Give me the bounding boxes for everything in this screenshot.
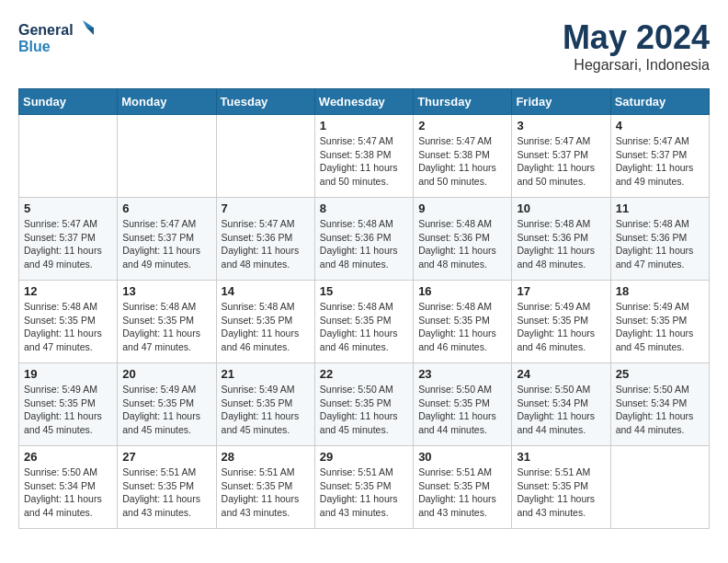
calendar-cell: 10Sunrise: 5:48 AMSunset: 5:36 PMDayligh… <box>512 198 610 281</box>
day-number: 26 <box>24 450 112 464</box>
day-number: 10 <box>517 201 605 215</box>
day-number: 25 <box>616 367 704 381</box>
day-info: Sunrise: 5:47 AMSunset: 5:37 PMDaylight:… <box>616 134 704 189</box>
calendar-cell: 27Sunrise: 5:51 AMSunset: 5:35 PMDayligh… <box>118 446 216 529</box>
calendar-cell <box>118 115 216 198</box>
day-number: 7 <box>222 201 310 215</box>
day-number: 22 <box>320 367 408 381</box>
day-number: 21 <box>222 367 310 381</box>
day-info: Sunrise: 5:49 AMSunset: 5:35 PMDaylight:… <box>222 383 310 437</box>
day-info: Sunrise: 5:50 AMSunset: 5:34 PMDaylight:… <box>24 465 112 520</box>
header-sunday: Sunday <box>19 89 118 115</box>
header-saturday: Saturday <box>610 89 709 115</box>
calendar-cell <box>216 115 314 198</box>
day-number: 1 <box>320 119 408 132</box>
header-tuesday: Tuesday <box>216 89 314 115</box>
svg-text:General: General <box>18 22 74 38</box>
week-row-2: 5Sunrise: 5:47 AMSunset: 5:37 PMDaylight… <box>19 198 710 281</box>
calendar-cell: 13Sunrise: 5:48 AMSunset: 5:35 PMDayligh… <box>118 281 216 363</box>
day-info: Sunrise: 5:50 AMSunset: 5:34 PMDaylight:… <box>616 383 704 437</box>
calendar-cell <box>610 446 709 529</box>
day-info: Sunrise: 5:51 AMSunset: 5:35 PMDaylight:… <box>418 465 506 520</box>
day-info: Sunrise: 5:48 AMSunset: 5:36 PMDaylight:… <box>616 217 704 271</box>
svg-marker-2 <box>86 28 94 35</box>
day-number: 11 <box>616 201 704 215</box>
day-info: Sunrise: 5:49 AMSunset: 5:35 PMDaylight:… <box>616 300 704 354</box>
logo: GeneralBlue <box>18 18 101 57</box>
day-info: Sunrise: 5:48 AMSunset: 5:35 PMDaylight:… <box>418 300 506 354</box>
week-row-5: 26Sunrise: 5:50 AMSunset: 5:34 PMDayligh… <box>19 446 710 529</box>
day-info: Sunrise: 5:48 AMSunset: 5:35 PMDaylight:… <box>24 300 112 354</box>
svg-text:Blue: Blue <box>18 39 51 54</box>
calendar-cell: 11Sunrise: 5:48 AMSunset: 5:36 PMDayligh… <box>610 198 709 281</box>
calendar-cell: 26Sunrise: 5:50 AMSunset: 5:34 PMDayligh… <box>19 446 118 529</box>
day-number: 12 <box>24 284 112 298</box>
day-number: 31 <box>517 450 605 464</box>
day-number: 4 <box>616 119 704 132</box>
day-number: 3 <box>517 119 605 132</box>
day-number: 15 <box>320 284 408 298</box>
day-info: Sunrise: 5:49 AMSunset: 5:35 PMDaylight:… <box>122 383 210 437</box>
day-info: Sunrise: 5:47 AMSunset: 5:37 PMDaylight:… <box>122 217 210 271</box>
day-info: Sunrise: 5:50 AMSunset: 5:34 PMDaylight:… <box>517 383 605 437</box>
day-number: 5 <box>24 201 112 215</box>
day-info: Sunrise: 5:51 AMSunset: 5:35 PMDaylight:… <box>222 465 310 520</box>
day-number: 6 <box>122 201 210 215</box>
calendar-cell: 12Sunrise: 5:48 AMSunset: 5:35 PMDayligh… <box>19 281 118 363</box>
day-info: Sunrise: 5:49 AMSunset: 5:35 PMDaylight:… <box>24 383 112 437</box>
day-number: 13 <box>122 284 210 298</box>
calendar-header-row: SundayMondayTuesdayWednesdayThursdayFrid… <box>19 89 710 115</box>
day-number: 24 <box>517 367 605 381</box>
calendar-cell: 19Sunrise: 5:49 AMSunset: 5:35 PMDayligh… <box>19 363 118 446</box>
calendar-cell: 20Sunrise: 5:49 AMSunset: 5:35 PMDayligh… <box>118 363 216 446</box>
day-number: 16 <box>418 284 506 298</box>
header-wednesday: Wednesday <box>314 89 413 115</box>
month-title: May 2024 <box>563 18 710 57</box>
calendar-cell: 15Sunrise: 5:48 AMSunset: 5:35 PMDayligh… <box>314 281 413 363</box>
day-info: Sunrise: 5:47 AMSunset: 5:37 PMDaylight:… <box>517 134 605 189</box>
calendar-cell: 3Sunrise: 5:47 AMSunset: 5:37 PMDaylight… <box>512 115 610 198</box>
day-number: 29 <box>320 450 408 464</box>
logo-svg: GeneralBlue <box>18 18 101 57</box>
day-number: 17 <box>517 284 605 298</box>
day-info: Sunrise: 5:47 AMSunset: 5:38 PMDaylight:… <box>418 134 506 189</box>
week-row-1: 1Sunrise: 5:47 AMSunset: 5:38 PMDaylight… <box>19 115 710 198</box>
header-monday: Monday <box>118 89 216 115</box>
week-row-3: 12Sunrise: 5:48 AMSunset: 5:35 PMDayligh… <box>19 281 710 363</box>
calendar-cell: 14Sunrise: 5:48 AMSunset: 5:35 PMDayligh… <box>216 281 314 363</box>
calendar-table: SundayMondayTuesdayWednesdayThursdayFrid… <box>18 88 710 529</box>
day-number: 14 <box>222 284 310 298</box>
calendar-cell: 8Sunrise: 5:48 AMSunset: 5:36 PMDaylight… <box>314 198 413 281</box>
svg-marker-1 <box>83 20 94 28</box>
day-info: Sunrise: 5:48 AMSunset: 5:35 PMDaylight:… <box>320 300 408 354</box>
calendar-cell: 17Sunrise: 5:49 AMSunset: 5:35 PMDayligh… <box>512 281 610 363</box>
day-info: Sunrise: 5:49 AMSunset: 5:35 PMDaylight:… <box>517 300 605 354</box>
week-row-4: 19Sunrise: 5:49 AMSunset: 5:35 PMDayligh… <box>19 363 710 446</box>
day-info: Sunrise: 5:48 AMSunset: 5:36 PMDaylight:… <box>418 217 506 271</box>
day-info: Sunrise: 5:48 AMSunset: 5:35 PMDaylight:… <box>222 300 310 354</box>
day-info: Sunrise: 5:47 AMSunset: 5:36 PMDaylight:… <box>222 217 310 271</box>
calendar-cell <box>19 115 118 198</box>
day-number: 9 <box>418 201 506 215</box>
day-number: 23 <box>418 367 506 381</box>
day-info: Sunrise: 5:50 AMSunset: 5:35 PMDaylight:… <box>320 383 408 437</box>
calendar-cell: 29Sunrise: 5:51 AMSunset: 5:35 PMDayligh… <box>314 446 413 529</box>
calendar-cell: 9Sunrise: 5:48 AMSunset: 5:36 PMDaylight… <box>414 198 512 281</box>
day-number: 2 <box>418 119 506 132</box>
day-number: 8 <box>320 201 408 215</box>
calendar-cell: 31Sunrise: 5:51 AMSunset: 5:35 PMDayligh… <box>512 446 610 529</box>
location: Hegarsari, Indonesia <box>563 57 710 74</box>
day-info: Sunrise: 5:51 AMSunset: 5:35 PMDaylight:… <box>517 465 605 520</box>
day-info: Sunrise: 5:51 AMSunset: 5:35 PMDaylight:… <box>122 465 210 520</box>
page-header: GeneralBlue May 2024 Hegarsari, Indonesi… <box>18 18 710 74</box>
calendar-cell: 28Sunrise: 5:51 AMSunset: 5:35 PMDayligh… <box>216 446 314 529</box>
calendar-cell: 6Sunrise: 5:47 AMSunset: 5:37 PMDaylight… <box>118 198 216 281</box>
day-info: Sunrise: 5:47 AMSunset: 5:37 PMDaylight:… <box>24 217 112 271</box>
day-number: 27 <box>122 450 210 464</box>
day-number: 28 <box>222 450 310 464</box>
calendar-cell: 30Sunrise: 5:51 AMSunset: 5:35 PMDayligh… <box>414 446 512 529</box>
day-number: 18 <box>616 284 704 298</box>
title-block: May 2024 Hegarsari, Indonesia <box>563 18 710 74</box>
day-info: Sunrise: 5:47 AMSunset: 5:38 PMDaylight:… <box>320 134 408 189</box>
calendar-cell: 2Sunrise: 5:47 AMSunset: 5:38 PMDaylight… <box>414 115 512 198</box>
